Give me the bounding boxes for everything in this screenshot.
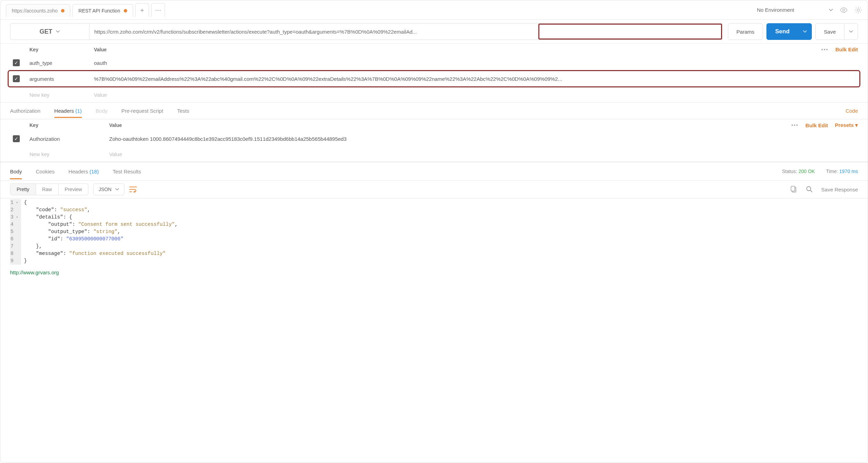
view-raw[interactable]: Raw [36, 184, 59, 195]
save-button[interactable]: Save [815, 23, 844, 40]
copy-icon[interactable] [791, 186, 798, 193]
method-label: GET [40, 28, 52, 35]
new-tab-button[interactable]: ＋ [135, 3, 149, 17]
environment-select[interactable]: No Environment [757, 7, 833, 13]
top-tab-bar: https://accounts.zoho REST API Function … [0, 0, 868, 20]
method-select[interactable]: GET [10, 23, 89, 40]
format-select[interactable]: JSON [93, 183, 124, 195]
svg-point-1 [857, 9, 860, 11]
tab-body[interactable]: Body [96, 104, 107, 118]
request-tabs: Authorization Headers (1) Body Pre-reque… [0, 103, 868, 119]
time-label: Time: [826, 169, 838, 174]
header-key[interactable]: Authorization [29, 136, 109, 142]
header-value-placeholder[interactable]: Value [109, 151, 858, 157]
more-icon[interactable]: ••• [821, 47, 828, 52]
tab-rest-api[interactable]: REST API Function [72, 4, 133, 17]
response-view-bar: Pretty Raw Preview JSON Save Response [0, 181, 868, 198]
checkbox-checked-icon[interactable]: ✓ [13, 59, 20, 66]
param-value[interactable]: oauth [94, 60, 858, 66]
footer: http://www.grvars.org [0, 265, 868, 280]
save-dropdown[interactable] [844, 23, 858, 40]
svg-point-0 [843, 9, 845, 11]
column-key: Key [29, 47, 94, 52]
chevron-down-icon [803, 30, 807, 33]
send-dropdown[interactable] [798, 23, 812, 40]
code-content[interactable]: { "code": "success", "details": { "outpu… [21, 199, 868, 265]
dirty-dot-icon [124, 9, 127, 12]
header-key-placeholder[interactable]: New key [29, 151, 109, 157]
tab-response-body[interactable]: Body [10, 164, 22, 179]
tab-count: (1) [75, 108, 81, 114]
view-pretty[interactable]: Pretty [10, 184, 36, 195]
footer-link[interactable]: http://www.grvars.org [10, 269, 59, 275]
tab-response-cookies[interactable]: Cookies [36, 164, 54, 179]
view-mode-segment: Pretty Raw Preview [10, 183, 88, 195]
tab-headers[interactable]: Headers (1) [54, 104, 82, 118]
save-response-link[interactable]: Save Response [821, 187, 858, 192]
tab-test-results[interactable]: Test Results [113, 164, 141, 179]
more-icon[interactable]: ••• [791, 122, 799, 128]
response-body: 123456789 { "code": "success", "details"… [0, 198, 868, 265]
params-header-row: Key Value ••• Bulk Edit [0, 44, 868, 55]
presets-dropdown[interactable]: Presets ▾ [835, 122, 858, 128]
line-gutter: 123456789 [0, 199, 21, 265]
tab-label: https://accounts.zoho [12, 8, 58, 14]
dirty-dot-icon [61, 9, 64, 12]
params-button[interactable]: Params [728, 23, 763, 40]
chevron-down-icon [849, 30, 853, 33]
send-button[interactable]: Send [766, 23, 798, 40]
chevron-down-icon [115, 188, 119, 191]
chevron-down-icon [56, 30, 60, 33]
header-value[interactable]: Zoho-oauthtoken 1000.8607494449c8bc1e392… [109, 136, 858, 142]
param-key[interactable]: auth_type [29, 60, 94, 66]
header-row[interactable]: ✓ Authorization Zoho-oauthtoken 1000.860… [0, 131, 868, 146]
param-row-new[interactable]: ✓ New key Value [0, 87, 868, 102]
eye-icon[interactable] [840, 7, 848, 13]
search-icon[interactable] [806, 186, 813, 193]
tab-authorization[interactable]: Authorization [10, 104, 41, 118]
svg-point-4 [807, 187, 811, 191]
param-value[interactable]: %7B%0D%0A%09%22emailAddress%22%3A%22abc%… [94, 76, 858, 82]
param-row[interactable]: ✓ auth_type oauth [0, 55, 868, 70]
response-status: Status: 200 OK Time: 1970 ms [782, 169, 858, 174]
response-tabs: Body Cookies Headers (18) Test Results S… [0, 162, 868, 181]
bulk-edit-link[interactable]: Bulk Edit [835, 46, 858, 52]
environment-label: No Environment [757, 7, 794, 13]
param-key[interactable]: arguments [29, 76, 94, 82]
tab-response-headers[interactable]: Headers (18) [68, 164, 99, 179]
column-key: Key [29, 122, 109, 128]
tab-label: Headers [68, 169, 88, 174]
chevron-down-icon [829, 9, 833, 11]
view-preview[interactable]: Preview [59, 184, 88, 195]
wrap-lines-icon[interactable] [129, 186, 137, 192]
param-row-highlighted[interactable]: ✓ arguments %7B%0D%0A%09%22emailAddress%… [9, 71, 859, 86]
bulk-edit-link[interactable]: Bulk Edit [806, 122, 828, 128]
url-input[interactable] [89, 29, 722, 35]
tab-accounts[interactable]: https://accounts.zoho [6, 4, 70, 17]
code-link[interactable]: Code [845, 108, 858, 114]
tab-prerequest[interactable]: Pre-request Script [121, 104, 163, 118]
svg-rect-3 [791, 186, 795, 191]
column-value: Value [94, 47, 821, 52]
headers-section: Key Value ••• Bulk Edit Presets ▾ ✓ Auth… [0, 119, 868, 162]
param-key-placeholder[interactable]: New key [29, 92, 94, 98]
param-value-placeholder[interactable]: Value [94, 92, 858, 98]
checkbox-checked-icon[interactable]: ✓ [13, 75, 20, 82]
gear-icon[interactable] [854, 6, 862, 14]
status-value: 200 OK [798, 169, 815, 174]
tab-tests[interactable]: Tests [177, 104, 189, 118]
header-row-new[interactable]: ✓ New key Value [0, 146, 868, 162]
url-input-wrap [89, 23, 722, 40]
format-label: JSON [98, 187, 111, 192]
params-section: Key Value ••• Bulk Edit ✓ auth_type oaut… [0, 44, 868, 103]
request-bar: GET Params Send Save [0, 20, 868, 44]
tab-label: REST API Function [78, 8, 120, 14]
tab-options-button[interactable]: ⋯ [151, 3, 165, 17]
tab-count: (18) [89, 169, 99, 174]
tab-label: Headers [54, 108, 74, 114]
status-label: Status: [782, 169, 797, 174]
headers-header-row: Key Value ••• Bulk Edit Presets ▾ [0, 119, 868, 131]
time-value: 1970 ms [839, 169, 858, 174]
checkbox-checked-icon[interactable]: ✓ [13, 135, 20, 142]
column-value: Value [109, 122, 791, 128]
